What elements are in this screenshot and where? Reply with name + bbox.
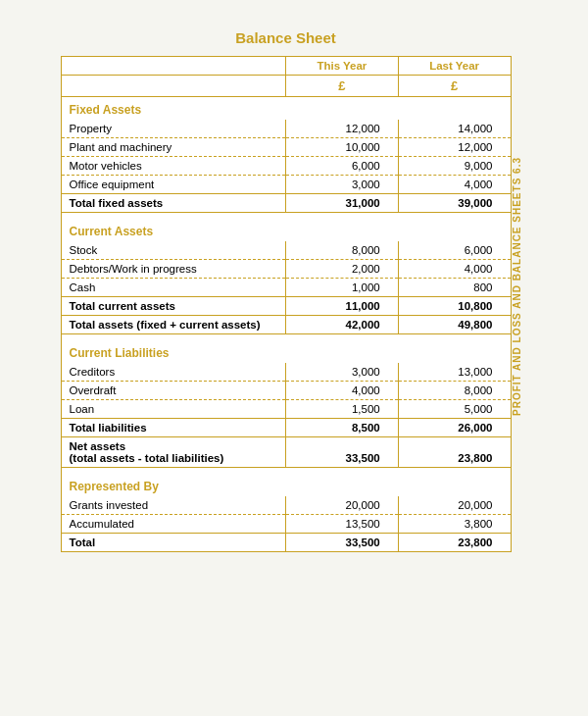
row-last-year: 6,000 <box>398 241 511 260</box>
page-wrapper: Balance Sheet This Year Last Year £ £ Fi… <box>0 0 588 716</box>
fixed-assets-total-row: Total fixed assets 31,000 39,000 <box>61 194 511 213</box>
row-this-year: 1,000 <box>286 279 399 297</box>
header-last-year: Last Year <box>398 57 511 76</box>
row-this-year: 3,000 <box>286 176 399 194</box>
table-subheader-row: £ £ <box>61 76 511 97</box>
total-this-year: 33,500 <box>286 534 399 552</box>
row-label: Overdraft <box>61 382 286 400</box>
table-row: Motor vehicles 6,000 9,000 <box>61 157 511 176</box>
table-row: Debtors/Work in progress 2,000 4,000 <box>61 260 511 279</box>
table-header-row: This Year Last Year <box>61 57 511 76</box>
row-this-year: 4,000 <box>286 382 399 400</box>
total-label: Total fixed assets <box>61 194 286 213</box>
total-last-year: 23,800 <box>398 534 511 552</box>
table-row: Accumulated 13,500 3,800 <box>61 515 511 534</box>
row-last-year: 14,000 <box>398 120 511 138</box>
table-row: Grants invested 20,000 20,000 <box>61 496 511 515</box>
total-this-year: 11,000 <box>286 297 399 316</box>
subheader-this-year: £ <box>286 76 399 97</box>
current-assets-total-row: Total current assets 11,000 10,800 <box>61 297 511 316</box>
net-assets-label-line1: Net assets <box>70 440 126 452</box>
row-label: Office equipment <box>61 176 286 194</box>
liabilities-label: Current Liabilities <box>61 340 511 363</box>
side-label: PROFIT AND LOSS AND BALANCE SHEETS 6.3 <box>512 157 528 426</box>
table-row: Loan 1,500 5,000 <box>61 400 511 419</box>
row-label: Property <box>61 120 286 138</box>
total-label: Total current assets <box>61 297 286 316</box>
table-row: Overdraft 4,000 8,000 <box>61 382 511 400</box>
section-liabilities-title: Current Liabilities <box>61 340 511 363</box>
table-row: Plant and machinery 10,000 12,000 <box>61 138 511 157</box>
page-title: Balance Sheet <box>235 29 336 46</box>
section-current-assets-title: Current Assets <box>61 219 511 241</box>
fixed-assets-label: Fixed Assets <box>61 97 511 121</box>
row-label: Creditors <box>61 363 286 382</box>
main-content: Balance Sheet This Year Last Year £ £ Fi… <box>61 29 512 552</box>
total-last-year: 26,000 <box>398 419 511 437</box>
liabilities-total-row: Total liabilities 8,500 26,000 <box>61 419 511 437</box>
row-label: Grants invested <box>61 496 286 515</box>
balance-sheet-table: This Year Last Year £ £ Fixed Assets Pro… <box>61 56 512 552</box>
section-fixed-assets-title: Fixed Assets <box>61 97 511 121</box>
net-assets-last-year: 23,800 <box>398 437 511 468</box>
represented-by-total-row: Total 33,500 23,800 <box>61 534 511 552</box>
row-last-year: 4,000 <box>398 260 511 279</box>
row-last-year: 20,000 <box>398 496 511 515</box>
represented-by-label: Represented By <box>61 474 511 496</box>
row-last-year: 800 <box>398 279 511 297</box>
row-last-year: 8,000 <box>398 382 511 400</box>
row-label: Stock <box>61 241 286 260</box>
row-this-year: 3,000 <box>286 363 399 382</box>
row-label: Cash <box>61 279 286 297</box>
row-this-year: 6,000 <box>286 157 399 176</box>
header-label-col <box>61 57 286 76</box>
row-last-year: 12,000 <box>398 138 511 157</box>
row-this-year: 2,000 <box>286 260 399 279</box>
table-row: Creditors 3,000 13,000 <box>61 363 511 382</box>
row-label: Accumulated <box>61 515 286 534</box>
table-row: Property 12,000 14,000 <box>61 120 511 138</box>
grand-total-label: Total assets (fixed + current assets) <box>61 316 286 334</box>
grand-total-this-year: 42,000 <box>286 316 399 334</box>
table-row: Stock 8,000 6,000 <box>61 241 511 260</box>
net-assets-row: Net assets (total assets - total liabili… <box>61 437 511 468</box>
row-label: Motor vehicles <box>61 157 286 176</box>
total-this-year: 8,500 <box>286 419 399 437</box>
net-assets-this-year: 33,500 <box>286 437 399 468</box>
row-last-year: 3,800 <box>398 515 511 534</box>
row-this-year: 12,000 <box>286 120 399 138</box>
row-this-year: 1,500 <box>286 400 399 419</box>
row-this-year: 8,000 <box>286 241 399 260</box>
total-this-year: 31,000 <box>286 194 399 213</box>
row-this-year: 13,500 <box>286 515 399 534</box>
net-assets-label-line2: (total assets - total liabilities) <box>70 452 224 464</box>
row-last-year: 13,000 <box>398 363 511 382</box>
row-label: Debtors/Work in progress <box>61 260 286 279</box>
subheader-last-year: £ <box>398 76 511 97</box>
row-this-year: 20,000 <box>286 496 399 515</box>
row-this-year: 10,000 <box>286 138 399 157</box>
row-last-year: 9,000 <box>398 157 511 176</box>
section-represented-by-title: Represented By <box>61 474 511 496</box>
row-last-year: 4,000 <box>398 176 511 194</box>
row-last-year: 5,000 <box>398 400 511 419</box>
subheader-label-col <box>61 76 286 97</box>
header-this-year: This Year <box>286 57 399 76</box>
total-label: Total <box>61 534 286 552</box>
current-assets-label: Current Assets <box>61 219 511 241</box>
row-label: Loan <box>61 400 286 419</box>
table-row: Cash 1,000 800 <box>61 279 511 297</box>
total-last-year: 39,000 <box>398 194 511 213</box>
total-label: Total liabilities <box>61 419 286 437</box>
net-assets-label: Net assets (total assets - total liabili… <box>61 437 286 468</box>
table-row: Office equipment 3,000 4,000 <box>61 176 511 194</box>
grand-total-row: Total assets (fixed + current assets) 42… <box>61 316 511 334</box>
content-area: Balance Sheet This Year Last Year £ £ Fi… <box>61 29 528 552</box>
total-last-year: 10,800 <box>398 297 511 316</box>
row-label: Plant and machinery <box>61 138 286 157</box>
grand-total-last-year: 49,800 <box>398 316 511 334</box>
